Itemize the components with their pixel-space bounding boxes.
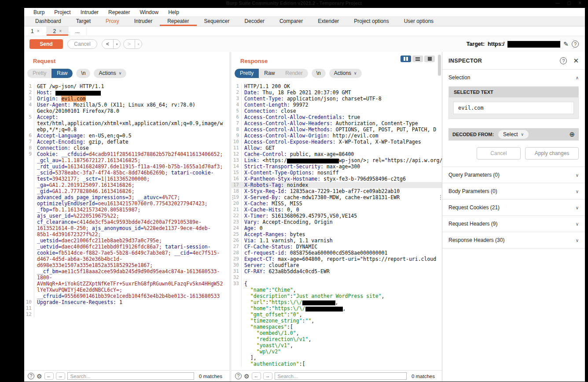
layout-rows-button[interactable] — [412, 56, 423, 62]
line-number: 18 — [232, 188, 241, 194]
tab-user-options[interactable]: User options — [397, 17, 441, 26]
repeater-tab-...[interactable]: ... — [69, 26, 87, 36]
response-raw-tab[interactable]: Raw — [259, 69, 280, 78]
inspector-section-request-headers[interactable]: Request Headers (9)∨ — [442, 215, 585, 232]
menu-item-window[interactable]: Window — [135, 8, 163, 16]
editor-line: 8Connection: close — [24, 145, 229, 151]
tab-target[interactable]: Target — [69, 17, 98, 26]
editor-line: "home":"https:\/\/, — [232, 305, 442, 312]
search-prev-button[interactable]: ← — [44, 372, 54, 380]
inspector-cancel-button[interactable]: Cancel — [477, 147, 521, 159]
search-next-button[interactable]: → — [56, 372, 65, 380]
inspector-panel: INSPECTOR ? ✕ Selection ∧ SELECTED TEXT … — [442, 52, 585, 382]
gear-icon[interactable]: ⚙ — [244, 373, 250, 380]
editor-line: 4User-Agent: Mozilla/5.0 (X11; Linux x86… — [24, 102, 229, 114]
tab-extender[interactable]: Extender — [310, 17, 346, 26]
menu-item-intruder[interactable]: Intruder — [76, 8, 103, 16]
splitter-handle-right[interactable] — [440, 195, 441, 200]
tab-intruder[interactable]: Intruder — [127, 17, 160, 26]
menu-item-repeater[interactable]: Repeater — [103, 8, 135, 16]
request-editor[interactable]: 1GET /wp-json/ HTTP/1.12Host: 3Origin: e… — [24, 81, 229, 370]
selected-text-value[interactable]: evil.com — [453, 102, 574, 114]
search-prev-button[interactable]: ← — [252, 372, 261, 380]
tab-decoder[interactable]: Decoder — [237, 17, 272, 26]
close-icon[interactable]: ✕ — [578, 0, 582, 5]
editor-line: "wp\/v2" — [232, 349, 442, 355]
chevron-down-icon[interactable]: ▾ — [114, 42, 120, 46]
send-button[interactable]: Send — [29, 39, 63, 49]
help-icon[interactable]: ? — [560, 57, 567, 64]
request-view-tabs: PrettyRaw \n Actions ∨ — [24, 64, 229, 81]
menu-item-help[interactable]: Help — [163, 8, 184, 16]
help-icon[interactable]: ? — [572, 41, 579, 48]
gear-icon[interactable]: ⚙ — [37, 373, 42, 380]
response-search-input[interactable] — [275, 372, 407, 380]
line-number: 30 — [232, 262, 241, 268]
response-scrollbar[interactable] — [438, 55, 441, 76]
layout-columns-button[interactable] — [401, 56, 411, 62]
editor-line: 23Vary: Accept-Encoding, Origin — [232, 219, 442, 225]
request-raw-tab[interactable]: Raw — [51, 69, 73, 78]
chevron-down-icon: ∨ — [119, 69, 122, 78]
minimize-icon[interactable]: — — [555, 0, 560, 5]
menu-item-project[interactable]: Project — [49, 8, 75, 16]
line-number — [232, 336, 241, 342]
editor-line: "yoast\/v1", — [232, 342, 442, 349]
cancel-button[interactable]: Cancel — [67, 39, 97, 49]
editor-line: "url":"https:\/\/, — [232, 299, 442, 305]
close-tab-icon[interactable]: × — [59, 29, 62, 33]
tab-sequencer[interactable]: Sequencer — [197, 17, 237, 26]
line-number: 29 — [232, 256, 241, 262]
response-pretty-tab[interactable]: Pretty — [235, 69, 259, 78]
tab-proxy[interactable]: Proxy — [98, 17, 127, 26]
add-decoder-icon[interactable]: ⊕ — [569, 130, 575, 138]
help-icon[interactable]: ? — [28, 373, 34, 379]
chevron-down-icon[interactable]: ▾ — [135, 42, 142, 46]
apply-changes-button[interactable]: Apply changes — [525, 147, 579, 159]
response-actions-button[interactable]: Actions ∨ — [329, 69, 362, 78]
request-pretty-tab[interactable]: Pretty — [27, 69, 51, 78]
search-next-button[interactable]: → — [263, 372, 272, 380]
menu-item-burp[interactable]: Burp — [29, 8, 49, 16]
splitter-handle-left[interactable] — [232, 195, 233, 200]
repeater-tab-1[interactable]: 1× — [24, 26, 47, 36]
request-actions-button[interactable]: Actions ∨ — [94, 69, 126, 78]
inspector-section-request-cookies[interactable]: Request Cookies (21)∨ — [442, 199, 585, 215]
line-number: 20 — [232, 200, 241, 207]
tab-dashboard[interactable]: Dashboard — [28, 17, 69, 26]
history-back-button[interactable]: < ▾ — [102, 39, 121, 49]
editor-line: 1HTTP/1.1 200 OK — [232, 83, 442, 89]
maximize-icon[interactable]: ▢ — [567, 0, 571, 5]
close-tab-icon[interactable]: × — [37, 29, 40, 33]
response-newline-toggle[interactable]: \n — [312, 69, 326, 78]
editor-line: 11Allow: GET — [232, 145, 442, 151]
repeater-content: Request PrettyRaw \n Actions ∨ 1GET /wp-… — [24, 52, 585, 382]
edit-target-icon[interactable]: ✎ — [563, 41, 569, 48]
inspector-section-body-parameters[interactable]: Body Parameters (0)∨ — [442, 183, 585, 199]
line-number: 3 — [24, 96, 34, 102]
layout-single-button[interactable] — [424, 56, 435, 62]
inspector-section-response-headers[interactable]: Response Headers (30)∨ — [442, 232, 585, 248]
request-search-input[interactable] — [67, 372, 194, 380]
line-number: 12 — [232, 151, 241, 157]
editor-line: "gmt_offset":"0", — [232, 312, 442, 318]
response-editor[interactable]: 1HTTP/1.1 200 OK2Date: Thu, 18 Feb 2021 … — [232, 81, 442, 370]
line-number: 4 — [232, 102, 241, 108]
target-scheme: https:/ — [488, 41, 504, 47]
line-number: 8 — [232, 126, 241, 133]
response-panel: Response PrettyRawRender \n Actions ∨ 1H… — [232, 52, 442, 370]
close-icon[interactable]: ✕ — [573, 57, 579, 65]
request-newline-toggle[interactable]: \n — [76, 69, 90, 78]
tab-project-options[interactable]: Project options — [346, 17, 396, 26]
response-render-tab[interactable]: Render — [280, 69, 308, 78]
editor-line: "name":"Chime", — [232, 287, 442, 293]
editor-line: 25Accept-Ranges: bytes — [232, 231, 442, 237]
help-icon[interactable]: ? — [235, 373, 242, 379]
decoded-from-select[interactable]: Select ∨ — [498, 130, 529, 139]
selection-section-header[interactable]: Selection ∧ — [442, 70, 585, 85]
tab-comparer[interactable]: Comparer — [272, 17, 310, 26]
tab-repeater[interactable]: Repeater — [160, 17, 196, 26]
inspector-section-query-parameters[interactable]: Query Parameters (0)∨ — [442, 167, 585, 183]
history-forward-button[interactable]: > ▾ — [123, 39, 142, 49]
repeater-tab-2[interactable]: 2× — [47, 26, 69, 36]
